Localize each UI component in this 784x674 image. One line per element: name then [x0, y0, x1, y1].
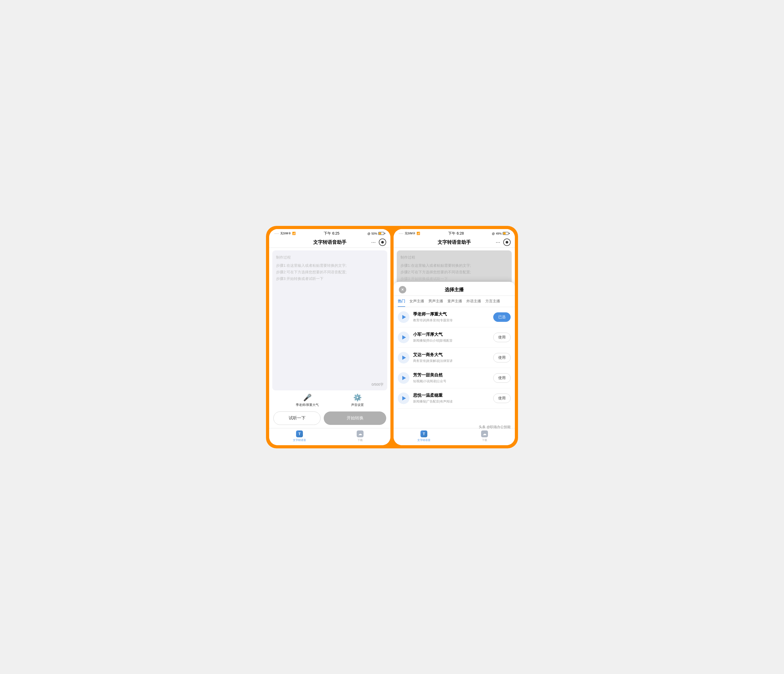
right-wifi-icon: 📶	[417, 232, 420, 235]
left-battery	[378, 232, 385, 235]
left-convert-button[interactable]: 开始转换	[324, 411, 386, 425]
left-menu-button[interactable]: ···	[371, 239, 376, 245]
voice-name-1: 季老师一厚重大气	[413, 311, 490, 317]
voice-info-2: 小军一浑厚大气 新闻播报|旁白介绍|影视配音	[413, 332, 490, 343]
left-battery-fill	[379, 232, 381, 234]
left-settings-icon: ⚙️	[353, 394, 362, 402]
left-placeholder-title: 制作过程	[276, 254, 384, 261]
left-step2: 步骤2:可在下方选择您想要的不同语音配置;	[276, 269, 384, 276]
right-menu-button[interactable]: ···	[496, 239, 500, 245]
left-settings-label: 声音设置	[351, 403, 364, 407]
right-tab-tts-icon: T	[420, 430, 427, 437]
left-nav-bar: 文字转语音助手 ···	[269, 237, 390, 248]
left-nav-actions: ···	[371, 238, 386, 246]
right-cat-dialect[interactable]: 方言主播	[485, 299, 500, 307]
voice-info-1: 季老师一厚重大气 教育培训|商务宣传|专题宣传	[413, 311, 490, 323]
voice-play-2[interactable]	[398, 332, 409, 343]
voice-use-btn-1[interactable]: 已选	[493, 312, 511, 322]
left-record-button[interactable]	[379, 238, 386, 246]
left-phone: ····· 无SIM卡 📶 下午 6:25 @ 50% 文字转语音助手 ···	[269, 229, 390, 445]
left-text-area[interactable]: 制作过程 步骤1:在这里输入或者粘贴需要转换的文字; 步骤2:可在下方选择您想要…	[272, 251, 387, 391]
left-wifi-icon: 📶	[292, 232, 296, 235]
left-tab-tts[interactable]: T 文字转语音	[269, 428, 330, 445]
right-nav-bar: 文字转语音助手 ···	[394, 237, 515, 248]
left-char-count: 0/500字	[372, 381, 384, 388]
voice-use-btn-5[interactable]: 使用	[493, 394, 511, 403]
right-bg-step1: 步骤1:在这里输入或者粘贴需要转换的文字;	[400, 262, 508, 269]
voice-name-5: 思悦一温柔稳重	[413, 393, 490, 398]
left-tab-tts-label: 文字转语音	[293, 438, 306, 442]
voice-tags-3: 商务宣传|政策解读|法律宣讲	[413, 359, 490, 363]
right-signal-dots: ·····	[399, 232, 404, 235]
left-tab-download-icon: ☁	[357, 430, 364, 437]
left-status-right: @ 50%	[367, 232, 385, 235]
right-battery	[503, 232, 510, 235]
right-at-sign: @	[492, 232, 495, 235]
right-cat-female[interactable]: 女声主播	[409, 299, 424, 307]
left-settings-control[interactable]: ⚙️ 声音设置	[351, 394, 364, 407]
voice-play-1[interactable]	[398, 311, 409, 323]
voice-use-btn-2[interactable]: 使用	[493, 333, 511, 342]
right-status-right: @ 49%	[492, 232, 510, 235]
play-triangle-1	[402, 315, 406, 319]
left-time: 下午 6:25	[324, 231, 339, 236]
voice-play-3[interactable]	[398, 352, 409, 364]
right-cat-male[interactable]: 男声主播	[428, 299, 443, 307]
voice-tags-4: 短视频|小说阅读|公众号	[413, 379, 490, 383]
right-tab-bar: T 文字转语音 ☁ 下载	[394, 428, 515, 445]
left-record-inner	[381, 241, 384, 244]
right-battery-tip	[509, 233, 510, 234]
play-triangle-2	[402, 335, 406, 339]
left-preview-button[interactable]: 试听一下	[273, 411, 320, 425]
left-step1: 步骤1:在这里输入或者粘贴需要转换的文字;	[276, 262, 384, 269]
voice-item-1: 季老师一厚重大气 教育培训|商务宣传|专题宣传 已选	[398, 307, 511, 327]
voice-tags-2: 新闻播报|旁白介绍|影视配音	[413, 338, 490, 343]
voice-play-4[interactable]	[398, 372, 409, 384]
voice-item-3: 艾达一商务大气 商务宣传|政策解读|法律宣讲 使用	[398, 348, 511, 368]
right-category-tabs: 热门 女声主播 男声主播 童声主播 外语主播 方言主播	[394, 296, 515, 307]
right-close-button[interactable]: ×	[399, 286, 406, 293]
voice-info-3: 艾达一商务大气 商务宣传|政策解读|法律宣讲	[413, 352, 490, 363]
right-bg-step2: 步骤2:可在下方选择您想要的不同语音配置;	[400, 269, 508, 276]
voice-play-5[interactable]	[398, 392, 409, 404]
left-voice-label: 季老师/厚重大气	[296, 403, 319, 407]
right-tab-tts[interactable]: T 文字转语音	[394, 428, 454, 445]
right-nav-title: 文字转语音助手	[438, 239, 471, 245]
right-phone: ····· 无SIM卡 📶 下午 6:28 @ 49% 文字转语音助手 ···	[394, 229, 515, 445]
left-battery-tip	[384, 233, 385, 234]
right-cat-child[interactable]: 童声主播	[447, 299, 462, 307]
right-sheet-header: × 选择主播	[394, 282, 515, 296]
left-battery-pct: 50%	[372, 232, 377, 235]
voice-name-2: 小军一浑厚大气	[413, 332, 490, 338]
left-controls-row: 🎤 季老师/厚重大气 ⚙️ 声音设置	[269, 391, 390, 409]
left-action-row: 试听一下 开始转换	[269, 409, 390, 428]
right-sheet: × 选择主播 热门 女声主播 男声主播 童声主播 外语主播 方言主播	[394, 282, 515, 445]
voice-use-btn-4[interactable]: 使用	[493, 373, 511, 383]
left-signal-label: 无SIM卡	[280, 232, 291, 235]
left-tab-download[interactable]: ☁ 下载	[330, 428, 390, 445]
right-close-icon: ×	[401, 287, 404, 292]
left-status-bar: ····· 无SIM卡 📶 下午 6:25 @ 50%	[269, 229, 390, 237]
voice-info-5: 思悦一温柔稳重 新闻播报|广告配音|有声阅读	[413, 393, 490, 404]
right-record-button[interactable]	[503, 238, 511, 246]
right-record-inner	[506, 241, 508, 244]
right-nav-actions: ···	[496, 238, 511, 246]
right-tab-download[interactable]: ☁ 下载	[454, 428, 515, 445]
right-signal-label: 无SIM卡	[404, 232, 416, 235]
voice-use-btn-3[interactable]: 使用	[493, 353, 511, 363]
right-status-bar: ····· 无SIM卡 📶 下午 6:28 @ 49%	[394, 229, 515, 237]
left-voice-icon: 🎤	[303, 394, 312, 402]
left-status-left: ····· 无SIM卡 📶	[274, 232, 296, 235]
left-step3: 步骤3:开始转换或者试听一下	[276, 276, 384, 282]
left-voice-control[interactable]: 🎤 季老师/厚重大气	[296, 394, 319, 407]
right-status-left: ····· 无SIM卡 📶	[399, 232, 420, 235]
right-tab-download-icon: ☁	[481, 430, 488, 437]
outer-wrapper: ····· 无SIM卡 📶 下午 6:25 @ 50% 文字转语音助手 ···	[266, 226, 518, 448]
right-battery-pct: 49%	[496, 232, 502, 235]
left-at-sign: @	[367, 232, 370, 235]
voice-info-4: 芳芳一甜美自然 短视频|小说阅读|公众号	[413, 372, 490, 383]
right-cat-hot[interactable]: 热门	[398, 299, 405, 307]
right-battery-body	[503, 232, 509, 235]
play-triangle-5	[402, 396, 406, 400]
right-cat-foreign[interactable]: 外语主播	[466, 299, 481, 307]
